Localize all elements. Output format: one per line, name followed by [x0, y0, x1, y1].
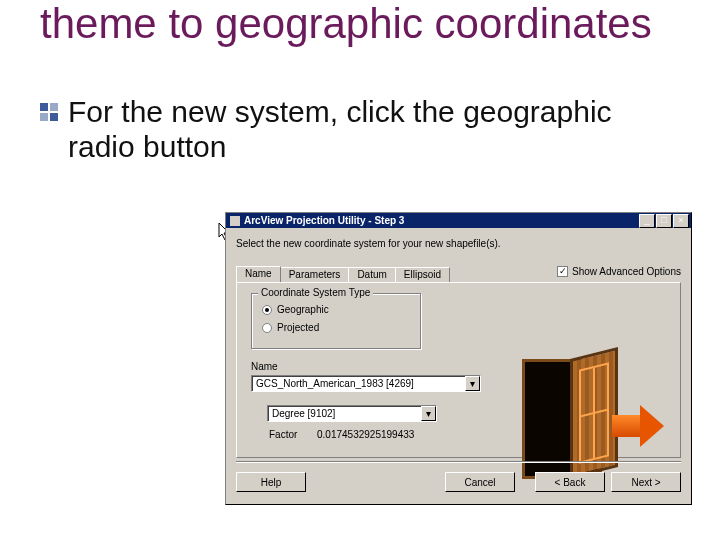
- titlebar[interactable]: ArcView Projection Utility - Step 3 _ □ …: [225, 212, 692, 228]
- name-label: Name: [251, 361, 278, 372]
- svg-rect-3: [50, 113, 58, 121]
- app-icon: [230, 216, 240, 226]
- cancel-button[interactable]: Cancel: [445, 472, 515, 492]
- bullet-icon: [40, 103, 58, 125]
- slide-title: theme to geographic coordinates: [40, 0, 680, 46]
- wizard-button-bar: Help Cancel < Back Next >: [236, 461, 681, 494]
- name-combobox[interactable]: GCS_North_American_1983 [4269] ▾: [251, 375, 481, 392]
- wizard-window: ArcView Projection Utility - Step 3 _ □ …: [225, 212, 692, 505]
- radio-geographic[interactable]: Geographic: [262, 304, 329, 315]
- tabstrip: Name Parameters Datum Ellipsoid: [236, 266, 449, 282]
- svg-rect-0: [40, 103, 48, 111]
- minimize-button[interactable]: _: [639, 214, 655, 228]
- tab-name[interactable]: Name: [236, 266, 281, 282]
- chevron-down-icon[interactable]: ▾: [421, 406, 436, 421]
- show-advanced-checkbox[interactable]: ✓ Show Advanced Options: [557, 266, 681, 277]
- next-button[interactable]: Next >: [611, 472, 681, 492]
- slide: theme to geographic coordinates For the …: [0, 0, 720, 540]
- tab-ellipsoid[interactable]: Ellipsoid: [395, 267, 450, 282]
- wizard-client: Select the new coordinate system for you…: [225, 228, 692, 505]
- help-button[interactable]: Help: [236, 472, 306, 492]
- instruction-text: Select the new coordinate system for you…: [236, 238, 501, 249]
- unit-combobox-value: Degree [9102]: [268, 408, 421, 419]
- unit-combobox[interactable]: Degree [9102] ▾: [267, 405, 437, 422]
- factor-label: Factor: [269, 429, 297, 440]
- arrow-right-icon: [612, 415, 640, 437]
- close-button[interactable]: ×: [673, 214, 689, 228]
- coord-type-group: Coordinate System Type Geographic Projec…: [251, 293, 421, 349]
- radio-projected[interactable]: Projected: [262, 322, 319, 333]
- radio-projected-label: Projected: [277, 322, 319, 333]
- window-title: ArcView Projection Utility - Step 3: [244, 215, 639, 226]
- tab-parameters[interactable]: Parameters: [280, 267, 350, 282]
- radio-icon: [262, 305, 272, 315]
- show-advanced-label: Show Advanced Options: [572, 266, 681, 277]
- tab-body: Coordinate System Type Geographic Projec…: [236, 282, 681, 458]
- svg-rect-2: [40, 113, 48, 121]
- bullet-item: For the new system, click the geographic…: [40, 94, 680, 165]
- maximize-button[interactable]: □: [656, 214, 672, 228]
- tab-datum[interactable]: Datum: [348, 267, 395, 282]
- chevron-down-icon[interactable]: ▾: [465, 376, 480, 391]
- factor-value: 0.0174532925199433: [317, 429, 414, 440]
- coord-type-legend: Coordinate System Type: [258, 287, 373, 298]
- radio-geographic-label: Geographic: [277, 304, 329, 315]
- radio-icon: [262, 323, 272, 333]
- svg-rect-1: [50, 103, 58, 111]
- bullet-text: For the new system, click the geographic…: [68, 94, 680, 165]
- name-combobox-value: GCS_North_American_1983 [4269]: [252, 378, 465, 389]
- door-leaf-icon: [570, 347, 618, 479]
- back-button[interactable]: < Back: [535, 472, 605, 492]
- checkbox-icon: ✓: [557, 266, 568, 277]
